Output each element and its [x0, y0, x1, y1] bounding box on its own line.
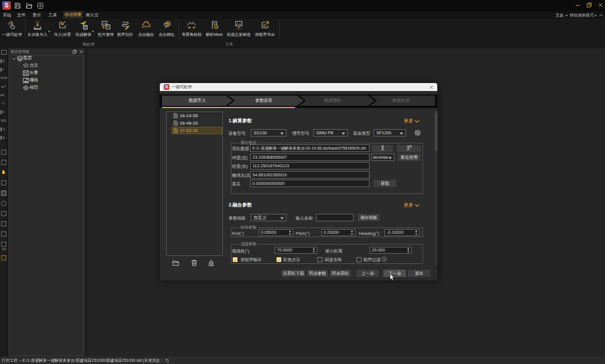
svg-text:pos: pos: [144, 24, 150, 28]
